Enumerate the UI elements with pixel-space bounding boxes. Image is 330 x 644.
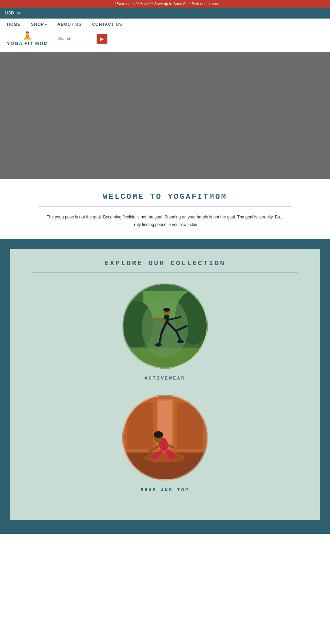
utility-bar: USD ✉ [0,8,330,19]
svg-point-28 [154,431,163,438]
bras-circle [122,395,208,481]
currency-label[interactable]: USD [5,11,14,15]
logo-text: YOGA FIT MOM [7,41,48,46]
collection-section: EXPLORE OUR COLLECTION [0,239,330,534]
welcome-body: The yoga pose is not the goal. Becoming … [45,214,285,228]
welcome-divider [38,206,292,207]
svg-point-8 [163,308,170,312]
shop-arrow-icon: ▾ [45,23,47,26]
svg-point-18 [177,340,184,343]
svg-point-11 [152,318,155,321]
svg-point-32 [174,456,182,461]
hero-image [0,52,330,179]
svg-rect-23 [177,403,203,450]
search-input[interactable] [55,36,97,41]
svg-point-14 [155,343,162,347]
activewear-image [123,283,207,369]
bras-label: BRAS AND TOP [141,487,189,493]
activewear-circle [122,283,208,369]
collection-inner: EXPLORE OUR COLLECTION [10,249,320,520]
welcome-section: WELCOME TO YOGAFITMOM The yoga pose is n… [0,179,330,239]
nav-shop[interactable]: SHOP ▾ [31,22,47,27]
collection-item-bras[interactable]: BRAS AND TOP [17,395,313,493]
activewear-label: ACTIVEWEAR [145,376,185,381]
svg-point-31 [144,456,152,461]
bras-image [123,395,207,481]
header: HOME SHOP ▾ ABOUT US CONTACT US 🧘 YOGA F… [0,19,330,52]
collection-heading: EXPLORE OUR COLLECTION [17,259,313,267]
search-bar: ▶ [55,34,108,44]
nav-contact[interactable]: CONTACT US [92,22,122,27]
announcement-text: · | / Save up to % Save % Save up to Sav… [110,2,220,6]
search-button[interactable]: ▶ [97,34,107,44]
collection-item-activewear[interactable]: ACTIVEWEAR [17,283,313,381]
svg-rect-21 [127,403,153,450]
nav-about[interactable]: ABOUT US [57,22,82,27]
yoga-icon: 🧘 [23,31,33,40]
collection-divider [32,272,298,273]
main-nav: HOME SHOP ▾ ABOUT US CONTACT US [7,22,323,27]
welcome-heading: WELCOME TO YOGAFITMOM [7,193,323,201]
nav-home[interactable]: HOME [7,22,21,27]
svg-line-9 [153,319,167,320]
logo-search-row: 🧘 YOGA FIT MOM ▶ [7,30,323,50]
search-icon: ▶ [100,36,104,42]
email-icon[interactable]: ✉ [17,10,21,16]
site-logo[interactable]: 🧘 YOGA FIT MOM [7,31,48,46]
announcement-bar: · | / Save up to % Save % Save up to Sav… [0,0,330,8]
